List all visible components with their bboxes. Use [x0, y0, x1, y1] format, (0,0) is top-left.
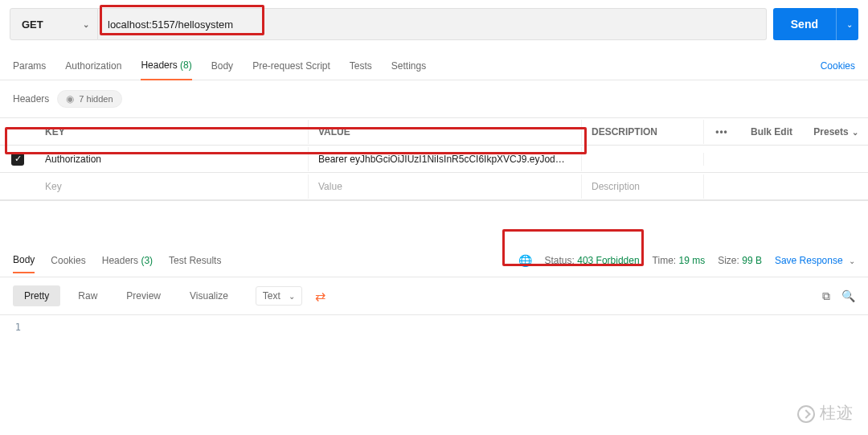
- status-value: 403 Forbidden: [577, 255, 639, 266]
- view-pretty[interactable]: Pretty: [13, 285, 60, 306]
- col-key: KEY: [35, 120, 309, 144]
- globe-icon[interactable]: 🌐: [518, 254, 532, 267]
- table-row-empty[interactable]: Key Value Description: [0, 173, 868, 200]
- chevron-down-icon: ⌄: [852, 128, 858, 137]
- send-button[interactable]: Send: [773, 8, 836, 40]
- watermark: 桂迹: [797, 402, 854, 424]
- presets-dropdown[interactable]: Presets⌄: [804, 120, 868, 144]
- resp-tab-testresults[interactable]: Test Results: [169, 248, 221, 273]
- resp-headers-count: (3): [141, 255, 153, 266]
- method-select[interactable]: GET ⌄: [10, 8, 98, 40]
- wrap-lines-icon[interactable]: ⇄: [315, 289, 326, 304]
- method-label: GET: [22, 18, 43, 31]
- hidden-headers-toggle[interactable]: ◉ 7 hidden: [57, 90, 121, 108]
- url-input[interactable]: [108, 18, 756, 31]
- resp-tab-cookies[interactable]: Cookies: [51, 248, 85, 273]
- cookies-link[interactable]: Cookies: [821, 60, 855, 72]
- time-value: 19 ms: [679, 255, 706, 266]
- view-raw[interactable]: Raw: [67, 285, 108, 306]
- desc-placeholder[interactable]: Description: [582, 174, 704, 199]
- headers-title: Headers: [13, 93, 49, 105]
- chevron-down-icon: ⌄: [849, 256, 855, 265]
- value-placeholder[interactable]: Value: [309, 174, 582, 199]
- view-preview[interactable]: Preview: [115, 285, 172, 306]
- checkbox-checked[interactable]: ✓: [11, 153, 24, 166]
- tab-authorization[interactable]: Authorization: [65, 52, 121, 80]
- tab-body[interactable]: Body: [211, 52, 233, 80]
- bulk-edit[interactable]: Bulk Edit: [739, 120, 804, 144]
- tab-tests[interactable]: Tests: [350, 52, 372, 80]
- search-icon[interactable]: 🔍: [841, 289, 855, 303]
- response-body[interactable]: 1: [0, 315, 868, 339]
- header-value[interactable]: Bearer eyJhbGciOiJIUzI1NiIsInR5cCI6IkpXV…: [309, 147, 582, 171]
- header-desc[interactable]: [582, 153, 704, 166]
- more-icon[interactable]: •••: [704, 120, 739, 144]
- save-response[interactable]: Save Response ⌄: [775, 255, 855, 266]
- send-dropdown[interactable]: ⌄: [836, 8, 858, 40]
- size-block[interactable]: Size: 99 B: [718, 255, 762, 266]
- chevron-down-icon: ⌄: [846, 20, 853, 29]
- line-number: 1: [0, 322, 32, 333]
- table-header: KEY VALUE DESCRIPTION ••• Bulk Edit Pres…: [0, 118, 868, 146]
- copy-icon[interactable]: ⧉: [822, 289, 830, 303]
- tab-params[interactable]: Params: [13, 52, 46, 80]
- eye-icon: ◉: [66, 93, 74, 105]
- headers-count: (8): [180, 60, 192, 71]
- col-desc: DESCRIPTION: [582, 120, 704, 144]
- status-block[interactable]: Status: 403 Forbidden: [545, 255, 640, 266]
- time-block[interactable]: Time: 19 ms: [653, 255, 706, 266]
- format-select[interactable]: Text ⌄: [256, 286, 302, 306]
- col-value: VALUE: [309, 120, 582, 144]
- view-visualize[interactable]: Visualize: [178, 285, 240, 306]
- size-value: 99 B: [742, 255, 762, 266]
- tab-settings[interactable]: Settings: [391, 52, 426, 80]
- chevron-down-icon: ⌄: [289, 292, 295, 301]
- tab-headers[interactable]: Headers (8): [141, 51, 191, 80]
- chevron-down-icon: ⌄: [83, 20, 89, 29]
- resp-tab-headers[interactable]: Headers (3): [102, 248, 153, 273]
- header-key[interactable]: Authorization: [35, 147, 309, 171]
- watermark-icon: [797, 405, 815, 423]
- resp-tab-body[interactable]: Body: [13, 248, 35, 273]
- key-placeholder[interactable]: Key: [35, 174, 309, 199]
- url-input-wrap: [98, 8, 767, 40]
- tab-prerequest[interactable]: Pre-request Script: [252, 52, 330, 80]
- table-row[interactable]: ✓ Authorization Bearer eyJhbGciOiJIUzI1N…: [0, 146, 868, 173]
